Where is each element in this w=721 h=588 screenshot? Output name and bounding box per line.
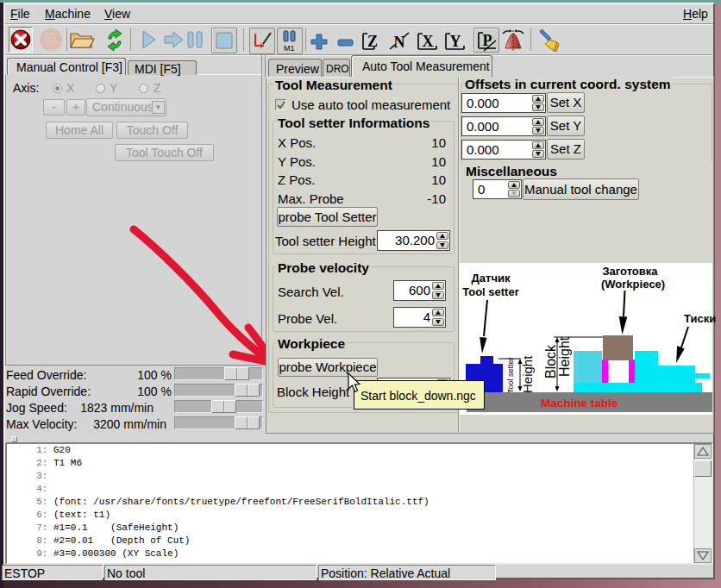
svg-text:Z: Z bbox=[367, 33, 378, 50]
svg-text:P: P bbox=[483, 32, 492, 49]
svg-text:N: N bbox=[394, 34, 405, 51]
svg-text:M1: M1 bbox=[284, 44, 295, 53]
svg-text:X: X bbox=[423, 33, 434, 50]
svg-text:Y: Y bbox=[450, 33, 461, 50]
